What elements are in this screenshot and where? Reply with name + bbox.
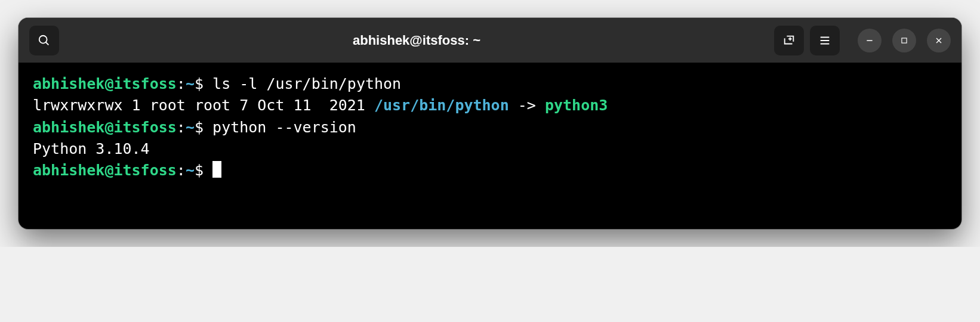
close-icon bbox=[934, 36, 944, 45]
new-tab-button[interactable] bbox=[774, 26, 804, 55]
prompt-path: ~ bbox=[186, 119, 195, 136]
prompt-user-host: abhishek@itsfoss bbox=[33, 119, 177, 136]
prompt-user-host: abhishek@itsfoss bbox=[33, 75, 177, 92]
window-title: abhishek@itsfoss: ~ bbox=[65, 33, 768, 48]
terminal-line: Python 3.10.4 bbox=[33, 138, 947, 160]
search-button[interactable] bbox=[29, 26, 59, 55]
search-icon bbox=[38, 34, 51, 47]
svg-point-0 bbox=[39, 35, 47, 43]
command-text bbox=[204, 75, 212, 92]
terminal-window: abhishek@itsfoss: ~ bbox=[19, 18, 961, 229]
prompt-colon: : bbox=[177, 119, 186, 136]
prompt-dollar: $ bbox=[195, 119, 204, 136]
prompt-path: ~ bbox=[186, 75, 195, 92]
new-tab-icon bbox=[782, 34, 796, 47]
svg-line-1 bbox=[46, 42, 49, 45]
symlink-path: /usr/bin/python bbox=[374, 97, 509, 114]
symlink-arrow: -> bbox=[509, 97, 545, 114]
maximize-button[interactable] bbox=[892, 29, 916, 52]
svg-rect-8 bbox=[902, 38, 907, 42]
command-text: ls -l /usr/bin/python bbox=[212, 75, 401, 92]
terminal-line: abhishek@itsfoss:~$ ls -l /usr/bin/pytho… bbox=[33, 73, 947, 95]
minimize-button[interactable] bbox=[858, 29, 882, 52]
titlebar-right bbox=[774, 26, 951, 55]
hamburger-menu-button[interactable] bbox=[810, 26, 840, 55]
prompt-colon: : bbox=[177, 75, 186, 92]
output-text: lrwxrwxrwx 1 root root 7 Oct 11 2021 bbox=[33, 97, 374, 114]
prompt-colon: : bbox=[177, 162, 186, 179]
prompt-dollar: $ bbox=[195, 162, 204, 179]
prompt-path: ~ bbox=[186, 162, 195, 179]
terminal-line: lrwxrwxrwx 1 root root 7 Oct 11 2021 /us… bbox=[33, 95, 947, 116]
cursor bbox=[212, 161, 221, 178]
titlebar: abhishek@itsfoss: ~ bbox=[19, 18, 961, 63]
symlink-target: python3 bbox=[545, 97, 608, 114]
hamburger-icon bbox=[818, 34, 831, 47]
terminal-line: abhishek@itsfoss:~$ bbox=[33, 160, 947, 181]
terminal-line: abhishek@itsfoss:~$ python --version bbox=[33, 117, 947, 138]
prompt-dollar: $ bbox=[195, 75, 204, 92]
prompt-user-host: abhishek@itsfoss bbox=[33, 162, 177, 179]
minimize-icon bbox=[865, 36, 874, 45]
maximize-icon bbox=[900, 36, 908, 45]
close-button[interactable] bbox=[927, 29, 951, 52]
command-text: python --version bbox=[212, 119, 356, 136]
output-text: Python 3.10.4 bbox=[33, 140, 150, 157]
terminal-body[interactable]: abhishek@itsfoss:~$ ls -l /usr/bin/pytho… bbox=[19, 63, 961, 229]
command-text bbox=[204, 119, 212, 136]
